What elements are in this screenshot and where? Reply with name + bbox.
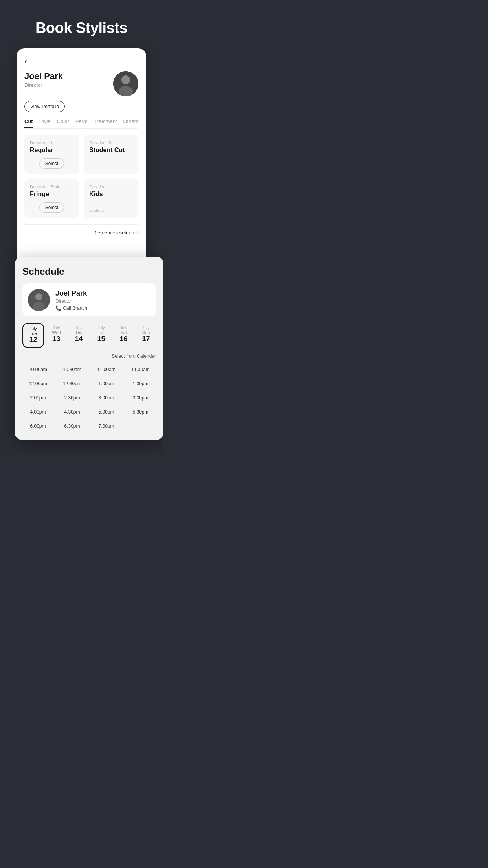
schedule-title: Schedule [22,266,156,277]
date-num-3: 15 [97,335,105,343]
time-slot-15[interactable]: 5.30pm [125,408,156,416]
profile-header: Joel Park Director [24,71,138,96]
time-slot-5[interactable]: 12.30pm [57,379,88,388]
service-kids: Duration: Kids Under... [84,179,138,218]
phone-icon: 📞 [55,305,61,311]
date-month-0: July [30,327,37,331]
date-day-4: Sat [120,330,127,335]
stylist-name: Joel Park [24,71,63,81]
date-fri-15[interactable]: July Fri 15 [91,323,111,348]
services-grid: Duration: 1h Regular Select Duration: 1h… [24,135,138,218]
time-slot-10[interactable]: 3.00pm [91,394,122,402]
service-duration-label: Duration: 1h [30,140,73,145]
avatar [113,71,138,96]
time-slot-11[interactable]: 3.30pm [125,394,156,402]
date-day-2: Thu [75,330,83,335]
call-branch-row: 📞 Call Branch [55,305,87,311]
stylist-role: Director [24,82,63,88]
svg-point-5 [33,302,45,311]
date-tue-12[interactable]: July Tue 12 [22,323,44,348]
tabs-bar: Cut Style Color Perm Treatment Others [24,118,138,129]
date-month-5: July [143,326,150,330]
date-num-1: 13 [52,335,60,343]
svg-point-4 [35,293,42,300]
service-name-label: Regular [30,147,73,155]
time-slot-0[interactable]: 10.00am [22,365,53,374]
tab-treatment[interactable]: Treatment [94,118,117,128]
service-name-label: Kids [89,191,133,208]
service-sub-label: Under... [89,208,133,213]
page-title: Book Stylists [35,20,127,37]
time-slot-3[interactable]: 11.30am [125,365,156,374]
time-slot-2[interactable]: 11.00am [91,365,122,374]
service-duration-label: Duration: 15min [30,184,73,189]
back-button[interactable]: ‹ [24,56,27,66]
time-slot-17[interactable]: 6.30pm [57,422,88,430]
time-slot-9[interactable]: 2.30pm [57,394,88,402]
date-num-4: 16 [119,335,127,343]
select-regular-button[interactable]: Select [39,158,64,169]
service-name-label: Fringe [30,191,73,199]
time-slot-13[interactable]: 4.30pm [57,408,88,416]
time-slot-4[interactable]: 12.00pm [22,379,53,388]
schedule-avatar [28,289,50,311]
service-duration-label: Duration: [89,184,133,189]
profile-card: ‹ Joel Park Director View Portfolio Cut … [17,48,146,268]
time-slots-grid: 10.00am 10.30am 11.00am 11.30am 12.00pm … [22,365,156,430]
date-month-1: July [53,326,60,330]
tab-perm[interactable]: Perm [75,118,88,128]
date-sun-17[interactable]: July Sun 17 [136,323,156,348]
date-day-3: Fri [99,330,104,335]
time-slot-1[interactable]: 10.30am [57,365,88,374]
time-slot-19[interactable] [125,422,156,430]
select-from-calendar-link[interactable]: Select from Calendar [22,353,156,359]
date-month-4: July [120,326,127,330]
schedule-stylist-info: Joel Park Director 📞 Call Branch [55,289,87,311]
schedule-card: Schedule Joel Park Director 📞 Call Branc… [15,257,163,440]
date-day-5: Sun [142,330,150,335]
date-thu-14[interactable]: July Thu 14 [69,323,89,348]
time-slot-7[interactable]: 1.30pm [125,379,156,388]
date-sat-16[interactable]: July Sat 16 [114,323,134,348]
date-month-3: July [98,326,105,330]
date-month-2: July [75,326,83,330]
tab-style[interactable]: Style [39,118,51,128]
time-slot-18[interactable]: 7.00pm [91,422,122,430]
time-slot-8[interactable]: 2.00pm [22,394,53,402]
service-fringe: Duration: 15min Fringe Select [24,179,79,218]
service-duration-label: Duration: 1h [89,140,133,145]
profile-info: Joel Park Director [24,71,63,88]
time-slot-16[interactable]: 6.00pm [22,422,53,430]
services-selected-footer: 0 services selected [24,224,138,235]
schedule-profile-panel: Joel Park Director 📞 Call Branch [22,283,156,316]
date-num-0: 12 [29,336,37,344]
date-strip: July Tue 12 July Wed 13 July Thu 14 July… [22,323,156,348]
select-fringe-button[interactable]: Select [39,202,64,213]
service-student-cut: Duration: 1h Student Cut [84,135,138,174]
svg-point-1 [121,75,130,84]
date-num-5: 17 [142,335,150,343]
tab-others[interactable]: Others [123,118,138,128]
date-day-0: Tue [29,331,37,336]
view-portfolio-button[interactable]: View Portfolio [24,101,65,112]
time-slot-6[interactable]: 1.00pm [91,379,122,388]
schedule-stylist-name: Joel Park [55,289,87,298]
avatar-image [113,71,138,96]
call-branch-label[interactable]: Call Branch [63,305,87,311]
date-wed-13[interactable]: July Wed 13 [46,323,66,348]
schedule-avatar-image [28,289,50,311]
date-num-2: 14 [75,335,83,343]
time-slot-14[interactable]: 5.00pm [91,408,122,416]
service-regular: Duration: 1h Regular Select [24,135,79,174]
schedule-stylist-role: Director [55,298,87,304]
date-day-1: Wed [52,330,61,335]
tab-cut[interactable]: Cut [24,118,33,128]
time-slot-12[interactable]: 4.00pm [22,408,53,416]
service-name-label: Student Cut [89,147,133,169]
tab-color[interactable]: Color [57,118,69,128]
